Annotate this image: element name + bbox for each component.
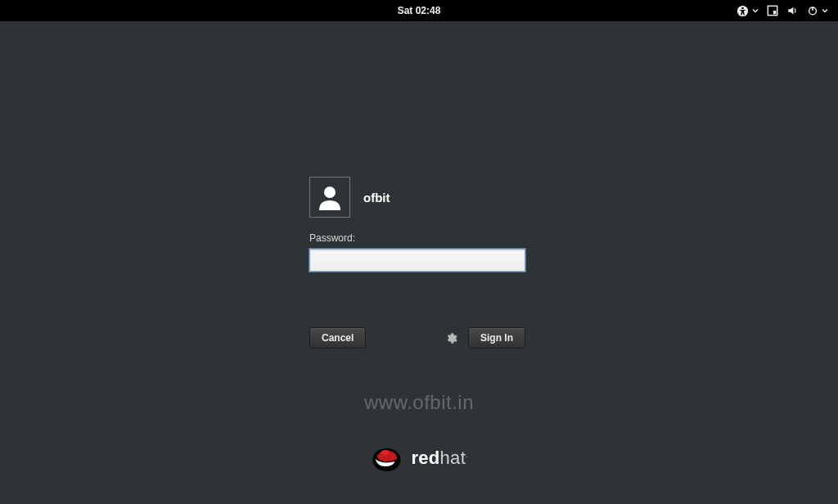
brand: redhat. [370, 442, 467, 475]
login-form: ofbit Password: Cancel Sign In [309, 177, 530, 349]
username-label: ofbit [363, 191, 390, 205]
top-panel: Sat 02:48 [0, 0, 838, 21]
brand-bold: red [411, 448, 439, 468]
display-icon-button[interactable] [767, 5, 778, 16]
svg-point-1 [741, 7, 744, 9]
accessibility-menu[interactable] [737, 5, 759, 17]
password-label: Password: [309, 232, 530, 244]
brand-text: redhat. [411, 448, 467, 469]
clock[interactable]: Sat 02:48 [398, 0, 441, 21]
avatar [309, 177, 350, 218]
session-options-button[interactable] [442, 329, 460, 347]
svg-rect-3 [773, 11, 777, 14]
signin-button[interactable]: Sign In [468, 327, 525, 349]
svg-point-6 [324, 187, 336, 198]
chevron-down-icon [752, 7, 759, 14]
password-input[interactable] [309, 249, 525, 272]
power-menu[interactable] [807, 5, 828, 16]
clock-text: Sat 02:48 [398, 5, 441, 16]
top-right-icons [737, 0, 838, 21]
brand-light: hat [440, 448, 466, 468]
svg-point-8 [381, 450, 389, 455]
redhat-logo-icon [370, 442, 403, 475]
display-icon [767, 5, 778, 16]
accessibility-icon [737, 5, 749, 17]
person-icon [315, 182, 345, 212]
button-row: Cancel Sign In [309, 327, 525, 349]
power-icon [807, 5, 818, 16]
gear-icon [445, 332, 457, 344]
cancel-button[interactable]: Cancel [309, 327, 366, 349]
volume-icon [786, 5, 799, 16]
chevron-down-icon [822, 7, 828, 14]
brand-tm: . [466, 452, 468, 459]
user-row: ofbit [309, 177, 530, 218]
volume-button[interactable] [786, 5, 799, 16]
watermark-text: www.ofbit.in [364, 391, 474, 414]
